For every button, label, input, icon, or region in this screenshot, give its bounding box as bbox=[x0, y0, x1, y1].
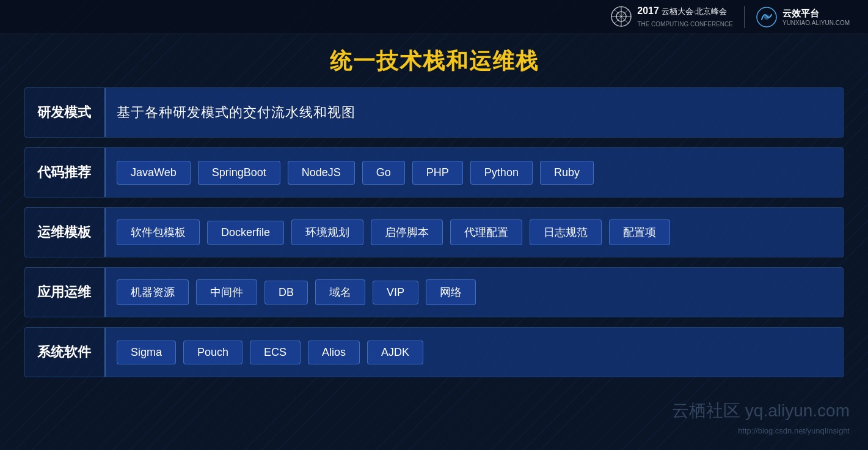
row-content-3: 机器资源中间件DB域名VIP网络 bbox=[104, 268, 843, 317]
row-content-1: JavaWebSpringBootNodeJSGoPHPPythonRuby bbox=[104, 148, 843, 197]
item-box-2-5: 日志规范 bbox=[530, 219, 602, 245]
item-box-4-4: AJDK bbox=[367, 341, 423, 364]
item-box-1-5: Python bbox=[470, 161, 533, 185]
header-divider bbox=[744, 6, 745, 28]
item-box-3-2: DB bbox=[264, 281, 308, 304]
row-content-0: 基于各种研发模式的交付流水线和视图 bbox=[104, 88, 843, 137]
conference-logo: 2017 云栖大会·北京峰会 THE COMPUTING CONFERENCE bbox=[610, 4, 733, 29]
row-label-4: 系统软件 bbox=[25, 343, 104, 361]
conference-icon bbox=[610, 6, 632, 28]
item-box-3-4: VIP bbox=[373, 281, 418, 304]
rows-container: 研发模式基于各种研发模式的交付流水线和视图代码推荐JavaWebSpringBo… bbox=[24, 87, 844, 438]
item-box-1-2: NodeJS bbox=[288, 161, 355, 185]
item-box-3-1: 中间件 bbox=[196, 279, 257, 305]
conference-text: 2017 云栖大会·北京峰会 THE COMPUTING CONFERENCE bbox=[637, 4, 733, 29]
item-box-2-2: 环境规划 bbox=[291, 219, 363, 245]
item-box-2-6: 配置项 bbox=[609, 219, 670, 245]
item-box-2-1: Dockerfile bbox=[207, 221, 284, 245]
item-box-4-1: Pouch bbox=[183, 341, 243, 364]
yunxiao-sub: YUNXIAO.ALIYUN.COM bbox=[782, 20, 850, 26]
item-box-3-3: 域名 bbox=[315, 279, 365, 305]
svg-point-7 bbox=[764, 15, 769, 20]
row-1: 代码推荐JavaWebSpringBootNodeJSGoPHPPythonRu… bbox=[24, 147, 844, 197]
item-box-4-0: Sigma bbox=[117, 341, 176, 364]
item-box-2-3: 启停脚本 bbox=[371, 219, 443, 245]
yunxiao-logo: 云效平台 YUNXIAO.ALIYUN.COM bbox=[756, 6, 850, 28]
item-box-1-4: PHP bbox=[412, 161, 463, 185]
top-header: 2017 云栖大会·北京峰会 THE COMPUTING CONFERENCE … bbox=[0, 0, 868, 34]
row-content-2: 软件包模板Dockerfile环境规划启停脚本代理配置日志规范配置项 bbox=[104, 208, 843, 257]
main-content: 统一技术栈和运维栈 研发模式基于各种研发模式的交付流水线和视图代码推荐JavaW… bbox=[0, 34, 868, 450]
item-box-4-3: Alios bbox=[308, 341, 360, 364]
item-box-3-5: 网络 bbox=[426, 279, 476, 305]
row-label-2: 运维模板 bbox=[25, 223, 104, 242]
item-box-2-0: 软件包模板 bbox=[117, 219, 200, 245]
item-box-1-0: JavaWeb bbox=[117, 161, 191, 185]
item-box-1-1: SpringBoot bbox=[198, 161, 280, 185]
full-text: 基于各种研发模式的交付流水线和视图 bbox=[117, 103, 356, 122]
item-box-1-6: Ruby bbox=[540, 161, 594, 185]
row-2: 运维模板软件包模板Dockerfile环境规划启停脚本代理配置日志规范配置项 bbox=[24, 207, 844, 257]
page-title: 统一技术栈和运维栈 bbox=[24, 46, 844, 76]
yunxiao-name: 云效平台 bbox=[782, 8, 819, 18]
yunxiao-icon bbox=[756, 6, 778, 28]
row-label-1: 代码推荐 bbox=[25, 163, 104, 182]
item-box-4-2: ECS bbox=[250, 341, 301, 364]
item-box-1-3: Go bbox=[362, 161, 405, 185]
row-4: 系统软件SigmaPouchECSAliosAJDK bbox=[24, 327, 844, 377]
row-0: 研发模式基于各种研发模式的交付流水线和视图 bbox=[24, 87, 844, 138]
row-label-3: 应用运维 bbox=[25, 283, 104, 301]
row-3: 应用运维机器资源中间件DB域名VIP网络 bbox=[24, 267, 844, 317]
item-box-2-4: 代理配置 bbox=[450, 219, 522, 245]
item-box-3-0: 机器资源 bbox=[117, 279, 189, 305]
row-content-4: SigmaPouchECSAliosAJDK bbox=[104, 328, 843, 377]
row-label-0: 研发模式 bbox=[25, 103, 104, 122]
